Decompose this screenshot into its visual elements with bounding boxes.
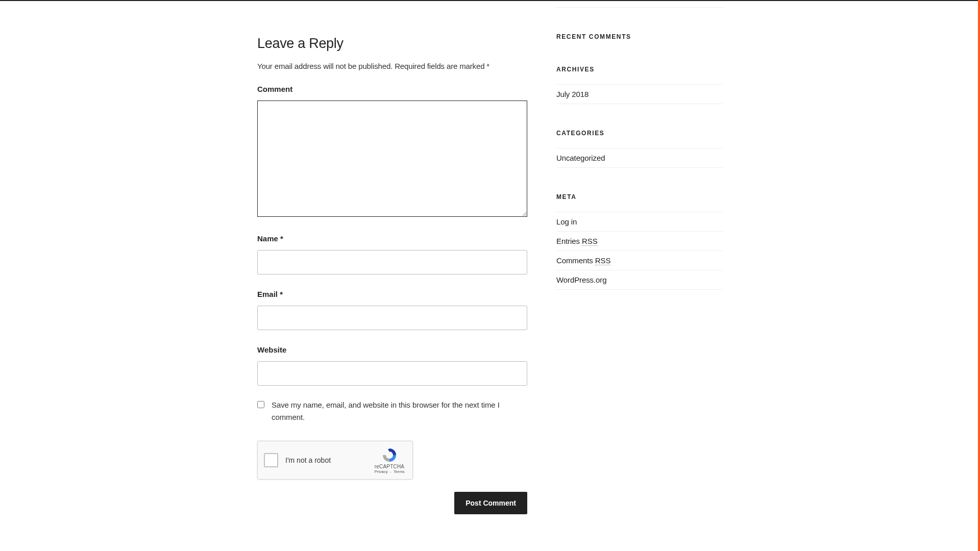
scrollbar-edge[interactable]	[978, 0, 980, 551]
recaptcha-privacy-link[interactable]: Privacy	[374, 469, 387, 474]
recaptcha-checkbox[interactable]	[264, 453, 278, 467]
category-link-uncategorized[interactable]: Uncategorized	[556, 154, 605, 162]
archives-title: ARCHIVES	[556, 66, 723, 73]
name-required-asterisk: *	[280, 234, 283, 243]
save-info-label: Save my name, email, and website in this…	[272, 399, 528, 423]
archive-link-july-2018[interactable]: July 2018	[556, 90, 589, 98]
reply-title: Leave a Reply	[257, 36, 528, 52]
website-label: Website	[257, 345, 528, 354]
submit-row: Post Comment	[257, 492, 527, 514]
recaptcha-brand: reCAPTCHA	[375, 464, 404, 469]
notes-part1: Your email address will not be published…	[257, 62, 393, 70]
recaptcha-badge: reCAPTCHA Privacy - Terms	[373, 447, 406, 474]
meta-link-login[interactable]: Log in	[556, 217, 577, 226]
name-label-text: Name	[257, 234, 280, 243]
comment-label: Comment	[257, 85, 528, 93]
website-input[interactable]	[257, 361, 527, 386]
email-label-text: Email	[257, 290, 280, 298]
entries-rss-abbr: RSS	[582, 237, 598, 246]
list-item: Log in	[556, 212, 723, 232]
email-label: Email *	[257, 290, 528, 298]
list-item: Uncategorized	[556, 148, 723, 168]
recaptcha-dash: -	[389, 469, 393, 474]
email-required-asterisk: *	[280, 290, 283, 298]
entries-prefix: Entries	[556, 237, 582, 245]
categories-widget: CATEGORIES Uncategorized	[556, 130, 723, 168]
list-item: Entries RSS	[556, 232, 723, 251]
list-item: Comments RSS	[556, 251, 723, 270]
website-field-block: Website	[257, 345, 528, 386]
comments-prefix: Comments	[556, 256, 595, 265]
sidebar-top-divider	[556, 7, 723, 8]
meta-widget: META Log in Entries RSS Comments RSS	[556, 193, 723, 290]
meta-list: Log in Entries RSS Comments RSS WordPres…	[556, 212, 723, 290]
comment-form-area: Leave a Reply Your email address will no…	[257, 2, 528, 514]
comment-field-block: Comment	[257, 85, 528, 219]
meta-link-entries-rss[interactable]: Entries RSS	[556, 237, 598, 246]
recaptcha-terms-link[interactable]: Terms	[394, 469, 405, 474]
page-wrap: Leave a Reply Your email address will no…	[0, 1, 980, 514]
list-item: July 2018	[556, 85, 723, 104]
list-item: WordPress.org	[556, 270, 723, 290]
recent-comments-title: RECENT COMMENTS	[556, 33, 723, 40]
email-input[interactable]	[257, 306, 527, 330]
notes-part2: Required fields are marked *	[395, 62, 489, 70]
content-container: Leave a Reply Your email address will no…	[257, 2, 723, 514]
recaptcha-links: Privacy - Terms	[374, 469, 405, 474]
meta-title: META	[556, 193, 723, 201]
save-info-checkbox[interactable]	[257, 401, 264, 408]
name-field-block: Name *	[257, 234, 528, 274]
email-field-block: Email *	[257, 290, 528, 330]
recaptcha-widget: I'm not a robot reCAPTCHA Privacy - Term…	[257, 441, 413, 480]
comment-textarea[interactable]	[257, 101, 527, 217]
recent-comments-widget: RECENT COMMENTS	[556, 33, 723, 40]
save-info-row: Save my name, email, and website in this…	[257, 399, 528, 423]
categories-list: Uncategorized	[556, 148, 723, 168]
name-input[interactable]	[257, 250, 527, 274]
post-comment-button[interactable]: Post Comment	[454, 492, 527, 514]
sidebar: RECENT COMMENTS ARCHIVES July 2018 CATEG…	[556, 2, 723, 514]
meta-link-wordpress-org[interactable]: WordPress.org	[556, 276, 606, 284]
form-notes: Your email address will not be published…	[257, 62, 528, 70]
archives-widget: ARCHIVES July 2018	[556, 66, 723, 104]
archives-list: July 2018	[556, 84, 723, 104]
comments-rss-abbr: RSS	[595, 256, 611, 265]
name-label: Name *	[257, 234, 528, 243]
recaptcha-label: I'm not a robot	[285, 456, 373, 464]
categories-title: CATEGORIES	[556, 130, 723, 137]
meta-link-comments-rss[interactable]: Comments RSS	[556, 256, 610, 265]
recaptcha-logo-icon	[381, 447, 398, 463]
